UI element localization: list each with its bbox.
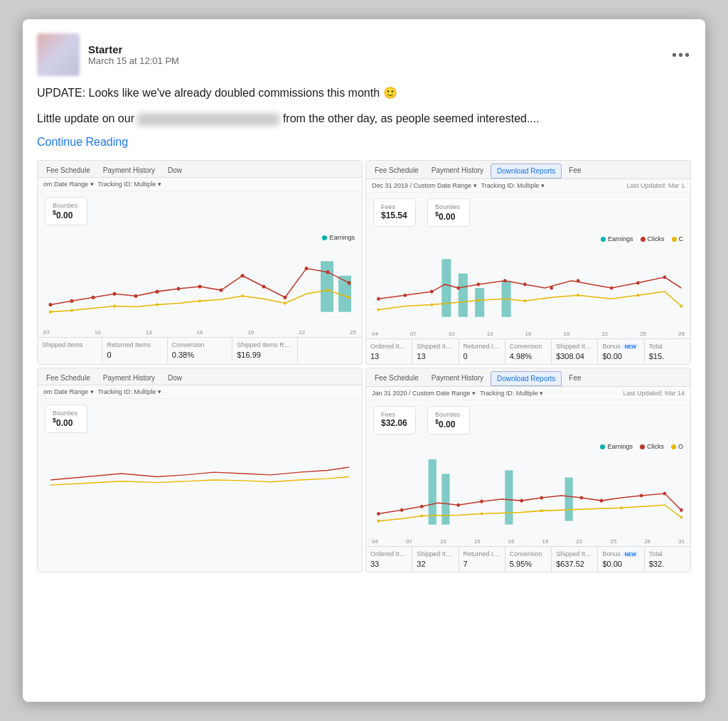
- chart-svg-tr: [372, 248, 685, 328]
- post-header: Starter March 15 at 12:01 PM •••: [37, 33, 691, 76]
- conversion-value-br: 5.95%: [510, 560, 547, 568]
- revenue-header-tr: Shipped Items Revenue: [556, 343, 593, 350]
- post-update-text: UPDATE: Looks like we've already doubled…: [37, 87, 397, 99]
- svg-point-57: [480, 500, 483, 503]
- ordered-value-br: 33: [370, 560, 407, 568]
- svg-point-9: [198, 284, 202, 288]
- svg-point-37: [550, 286, 553, 289]
- conversion-header-tl: Conversion: [172, 341, 228, 348]
- legend-c-tr: C: [672, 235, 684, 242]
- chart-tl: [38, 244, 362, 329]
- chart-svg-tl: [43, 247, 356, 326]
- tab-dow-tl[interactable]: Dow: [162, 164, 188, 177]
- chart-bl: [38, 439, 362, 496]
- tab-payment-history-tr[interactable]: Payment History: [426, 164, 489, 178]
- clicks-lbl-br: Clicks: [647, 443, 664, 450]
- returned-header-tl: Returned Items: [107, 341, 162, 348]
- legend-tl: Earnings: [38, 231, 362, 244]
- legend-br: Earnings Clicks O: [366, 440, 690, 453]
- screenshot-top-left: Fee Schedule Payment History Dow om Date…: [37, 160, 363, 365]
- conversion-header-br: Conversion: [510, 550, 547, 557]
- svg-point-24: [326, 289, 329, 292]
- svg-point-13: [284, 296, 287, 299]
- tab-download-reports-br[interactable]: Download Reports: [491, 371, 562, 386]
- svg-point-40: [636, 281, 640, 284]
- metrics-row-tl: Bounties $0.00: [38, 191, 362, 231]
- stats-col-conversion-tr: Conversion 4.98%: [505, 339, 552, 364]
- bounties-metric-tl: Bounties $0.00: [45, 197, 87, 225]
- tab-fee-schedule-tl[interactable]: Fee Schedule: [41, 164, 96, 177]
- continue-reading-link[interactable]: Continue Reading: [37, 136, 691, 149]
- bonus-header-tr: Bonus NEW: [602, 343, 639, 350]
- svg-point-33: [456, 286, 460, 289]
- date-bar-tr: Dec 31 2019 / Custom Date Range ▾ Tracki…: [366, 179, 690, 193]
- svg-point-45: [523, 299, 526, 302]
- bounties-label-bl: Bounties: [53, 410, 80, 417]
- last-updated-br: Last Updated: Mar 14: [623, 390, 685, 397]
- tab-fee-tr[interactable]: Fee: [563, 164, 587, 178]
- legend-earnings-tl: Earnings: [322, 234, 355, 241]
- tab-bar-tl: Fee Schedule Payment History Dow: [38, 161, 362, 178]
- fees-metric-br: Fees $32.06: [373, 406, 416, 434]
- tab-dow-bl[interactable]: Dow: [162, 371, 188, 385]
- svg-point-34: [476, 282, 480, 286]
- stats-col-extra-tl: [298, 338, 362, 363]
- fees-value-tr: $15.54: [381, 210, 408, 220]
- total-header-br: Total: [649, 550, 686, 557]
- bounties-value-br: $0.00: [435, 418, 462, 429]
- tab-fee-schedule-tr[interactable]: Fee Schedule: [369, 164, 424, 178]
- svg-point-66: [420, 514, 423, 517]
- svg-rect-52: [564, 478, 572, 521]
- earnings-dot-br: [600, 444, 605, 449]
- svg-point-43: [430, 303, 433, 306]
- tab-fee-schedule-bl[interactable]: Fee Schedule: [41, 371, 96, 385]
- metrics-row-tr: Fees $15.54 Bounties $0.00: [366, 193, 690, 233]
- legend-tr: Earnings Clicks C: [366, 233, 690, 245]
- more-options-icon[interactable]: •••: [672, 47, 691, 63]
- shipped-value-br: 32: [417, 560, 454, 568]
- tab-fee-br[interactable]: Fee: [563, 371, 587, 386]
- svg-point-15: [326, 270, 330, 274]
- svg-point-30: [377, 297, 380, 301]
- svg-point-67: [481, 512, 483, 515]
- c-dot-tr: [672, 237, 677, 242]
- bounties-value-tl: $0.00: [53, 209, 80, 220]
- revenue-value-tl: $16.99: [237, 351, 292, 359]
- fees-label-br: Fees: [381, 411, 408, 418]
- chart-svg-bl: [43, 442, 356, 493]
- screenshot-bottom-left: Fee Schedule Payment History Dow om Date…: [37, 368, 363, 572]
- bounties-label-tr: Bounties: [435, 203, 462, 210]
- bonus-value-tr: $0.00: [602, 352, 639, 360]
- revenue-value-tr: $308.04: [556, 352, 593, 360]
- post-card: Starter March 15 at 12:01 PM ••• UPDATE:…: [23, 19, 705, 702]
- post-outro: from the other day, as people seemed int…: [283, 112, 540, 124]
- clicks-dot-br: [640, 444, 645, 449]
- revenue-value-br: $637.52: [556, 560, 593, 568]
- tab-payment-history-br[interactable]: Payment History: [426, 371, 489, 386]
- svg-point-69: [620, 506, 623, 509]
- avatar: [37, 33, 80, 76]
- svg-point-3: [70, 299, 74, 303]
- svg-point-14: [305, 267, 309, 270]
- tab-payment-history-tl[interactable]: Payment History: [97, 164, 161, 177]
- svg-point-55: [420, 505, 424, 508]
- svg-rect-27: [459, 274, 468, 317]
- date-range-label-tl: om Date Range ▾: [43, 181, 94, 188]
- tab-payment-history-bl[interactable]: Payment History: [97, 371, 161, 385]
- tab-download-reports-tr[interactable]: Download Reports: [491, 164, 562, 178]
- svg-point-65: [377, 520, 380, 523]
- svg-point-6: [134, 294, 138, 298]
- bounties-metric-bl: Bounties $0.00: [45, 405, 87, 433]
- svg-point-19: [113, 304, 116, 307]
- clicks-lbl-tr: Clicks: [648, 235, 665, 242]
- svg-point-11: [241, 274, 245, 277]
- svg-point-64: [680, 508, 683, 512]
- svg-rect-28: [475, 288, 484, 317]
- date-bar-left-br: Jan 31 2020 / Custom Date Range ▾ Tracki…: [372, 390, 543, 397]
- svg-point-31: [403, 294, 407, 297]
- tab-fee-schedule-br[interactable]: Fee Schedule: [369, 371, 424, 386]
- tracking-label-tl: Tracking ID: Multiple ▾: [98, 181, 161, 188]
- bounties-metric-tr: Bounties $0.00: [427, 198, 470, 227]
- bounties-value-bl: $0.00: [53, 417, 80, 428]
- post-text-2: Little update on our from the other day,…: [37, 110, 691, 127]
